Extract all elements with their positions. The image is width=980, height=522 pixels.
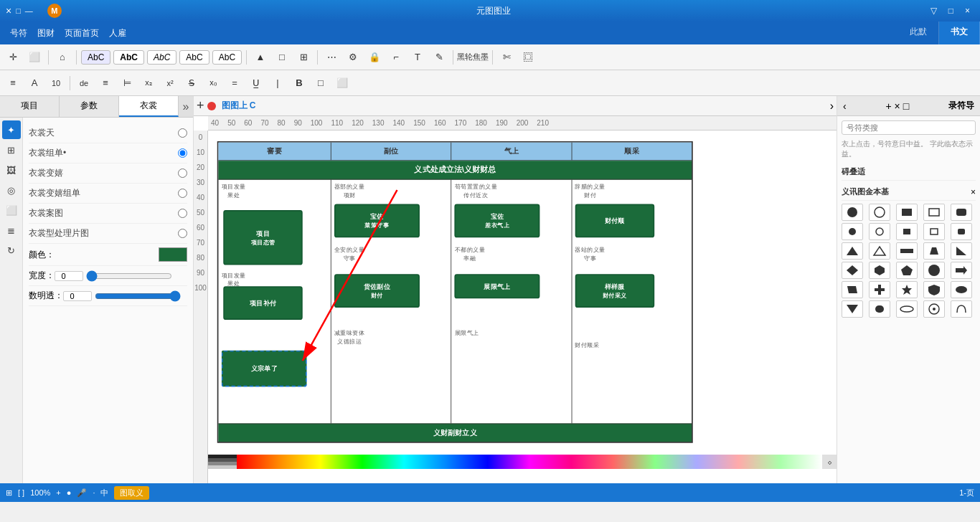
shape-rounded-rect[interactable]	[951, 204, 972, 221]
tb2-list[interactable]: ≡	[95, 73, 116, 93]
status-zoom[interactable]: 100%	[30, 488, 50, 497]
shape-circle-dot[interactable]	[923, 300, 945, 318]
tb2-eq[interactable]: =	[225, 73, 245, 93]
tb2-indent[interactable]: ⊨	[117, 73, 137, 93]
shape-triangle-down[interactable]	[842, 300, 863, 318]
lp-icon-layers[interactable]: ⬜	[2, 201, 21, 219]
prop-radio-2[interactable]	[178, 148, 187, 158]
tb-dots[interactable]: ⋯	[321, 47, 341, 67]
tb-text[interactable]: T	[407, 47, 428, 67]
tb-copy[interactable]: ⬜	[24, 47, 44, 67]
tb2-rect2[interactable]: □	[311, 73, 331, 93]
style-btn-5[interactable]: AbC	[212, 50, 242, 65]
lp-icon-refresh[interactable]: ↻	[2, 241, 21, 260]
shape-sm-rect[interactable]	[896, 223, 918, 240]
node-col4-2[interactable]: 样样服 财付采义	[575, 274, 654, 308]
tb-rect[interactable]: □	[272, 47, 292, 67]
shape-circle-outline[interactable]	[869, 204, 890, 221]
tb-home[interactable]: ⌂	[52, 47, 72, 67]
status-add-icon[interactable]: +	[56, 488, 60, 497]
right-close-btn[interactable]: ×	[895, 100, 900, 112]
tab-clothes[interactable]: 衣裳	[119, 96, 179, 117]
canvas-add-btn[interactable]: +	[197, 98, 204, 113]
width-input[interactable]	[55, 271, 83, 281]
shape-sm-circle[interactable]	[842, 223, 863, 240]
node-col3-1[interactable]: 宝佐 差衣气上	[455, 204, 540, 238]
close-btn[interactable]: ×	[961, 4, 974, 17]
shape-hexagon[interactable]	[869, 262, 890, 279]
tb2-strike[interactable]: S̶	[182, 73, 202, 93]
tb2-x0[interactable]: x₀	[203, 73, 223, 93]
tb-cross[interactable]: ✛	[3, 47, 23, 67]
prop-radio-3[interactable]	[178, 169, 187, 178]
tb2-font-size[interactable]: 10	[46, 73, 66, 93]
shape-sm-rect-outline[interactable]	[923, 223, 945, 240]
shape-star[interactable]	[896, 281, 918, 298]
shape-triangle-filled[interactable]	[842, 242, 863, 260]
opacity-input[interactable]	[63, 291, 92, 301]
shape-rect-filled[interactable]	[896, 204, 918, 221]
color-gray3[interactable]	[208, 465, 237, 469]
menu-quick3[interactable]: 页面首页	[60, 26, 103, 41]
tb2-de[interactable]: de	[74, 73, 94, 93]
shape-misc[interactable]	[951, 300, 972, 318]
style-btn-3[interactable]: AbC	[147, 50, 176, 65]
prop-radio-5[interactable]	[178, 209, 187, 218]
canvas-inner[interactable]: 4050607080901001101201301401501601701801…	[194, 116, 837, 483]
tb-lock[interactable]: 🔒	[364, 47, 385, 67]
tb2-align-l[interactable]: ≡	[3, 73, 23, 93]
prop-radio-1[interactable]	[178, 128, 187, 138]
shape-sm-rounded[interactable]	[951, 223, 972, 240]
shape-trapezoid[interactable]	[923, 242, 945, 260]
shape-rounded-sm2[interactable]	[869, 300, 890, 318]
menu-quick2[interactable]: 图财	[33, 26, 59, 41]
style-btn-4[interactable]: AbC	[179, 50, 209, 65]
tb-triangle[interactable]: ▲	[250, 47, 270, 67]
status-mic-icon[interactable]: 🎤	[77, 488, 87, 498]
tb2-rect3[interactable]: ⬜	[332, 73, 352, 93]
shape-triangle-outline[interactable]	[869, 242, 890, 260]
style-btn-1[interactable]: AbC	[81, 50, 110, 65]
section-close-btn[interactable]: ×	[971, 187, 976, 197]
tb-pen[interactable]: ✎	[429, 47, 449, 67]
node-project2[interactable]: 项目补付	[223, 286, 303, 320]
tb-grid[interactable]: ⊞	[293, 47, 314, 67]
shape-pentagon[interactable]	[896, 262, 918, 279]
tb2-underline[interactable]: U̲	[246, 73, 266, 93]
width-slider[interactable]	[86, 270, 172, 282]
minimize-btn[interactable]: ▽	[926, 4, 941, 17]
lp-icon-image[interactable]: 🖼	[2, 161, 21, 179]
diagram-area[interactable]: 審要 副位 气上 顺采 义式处成立法\义财财总 项目发量果处	[208, 130, 837, 469]
lp-icon-circle[interactable]: ◎	[2, 181, 21, 199]
prop-radio-4[interactable]	[178, 189, 187, 198]
prop-radio-6[interactable]	[178, 229, 187, 238]
node-col2-1[interactable]: 宝佐 菜策守事	[334, 204, 420, 238]
shape-cross[interactable]	[869, 281, 890, 298]
node-selected[interactable]: 义宗单了	[222, 351, 307, 387]
opacity-slider[interactable]	[95, 290, 181, 302]
node-col2-2[interactable]: 货佐副位 财付	[334, 274, 420, 308]
color-expand[interactable]: ⬦	[822, 455, 837, 469]
shape-parallelogram[interactable]	[842, 281, 863, 298]
shape-rect-outline[interactable]	[923, 204, 945, 221]
menu-quick4[interactable]: 人雇	[105, 26, 131, 41]
node-project[interactable]: 项目 项目态管	[223, 210, 303, 265]
shape-lg-circle[interactable]	[923, 262, 945, 279]
right-layout-btn[interactable]: □	[903, 100, 909, 112]
node-col3-2[interactable]: 展限气上	[455, 274, 540, 298]
menu-quick1[interactable]: 号符	[6, 26, 32, 41]
canvas-collapse-right[interactable]: ›	[830, 100, 834, 113]
style-btn-2[interactable]: AbC	[113, 50, 144, 65]
window-close[interactable]: ×	[6, 5, 11, 16]
tab-params[interactable]: 参数	[60, 96, 119, 117]
tab-default[interactable]: 此默	[898, 22, 939, 44]
lp-icon-grid[interactable]: ⊞	[2, 141, 21, 159]
status-lang-icon[interactable]: 中	[100, 488, 108, 498]
shape-curved-rect[interactable]	[951, 281, 972, 298]
shape-circle-filled[interactable]	[842, 204, 863, 221]
tab-active[interactable]: 书文	[939, 22, 980, 44]
shape-diamond[interactable]	[842, 262, 863, 279]
panel-collapse-btn[interactable]: »	[179, 96, 193, 117]
tb2-sup[interactable]: x²	[160, 73, 180, 93]
shape-ellipse-h[interactable]	[896, 300, 918, 318]
